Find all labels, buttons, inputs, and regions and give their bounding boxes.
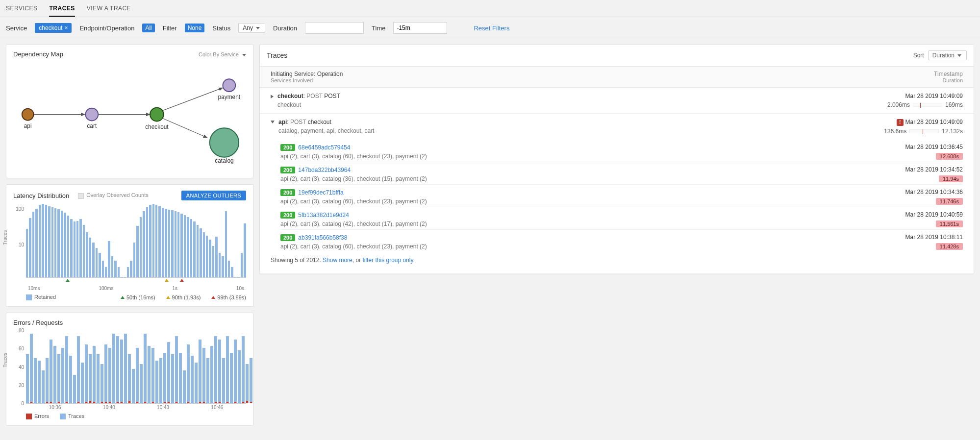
trace-id-link[interactable]: 68e6459adc579454: [298, 144, 350, 151]
bar: [83, 225, 85, 277]
error-bar: [219, 402, 221, 403]
bar: [175, 211, 176, 277]
dependency-map-canvas[interactable]: api cart checkout payment: [13, 62, 246, 172]
bar: [136, 226, 138, 277]
traces-panel: Traces Sort Duration Initiating Service:…: [259, 44, 974, 274]
bar: [163, 353, 166, 403]
analyze-outliers-button[interactable]: ANALYZE OUTLIERS: [181, 191, 246, 200]
bar: [64, 213, 66, 277]
bar: [114, 261, 116, 277]
service-chip[interactable]: checkout ×: [35, 23, 72, 33]
reset-filters-link[interactable]: Reset Filters: [474, 24, 509, 32]
sort-select[interactable]: Duration: [928, 50, 967, 60]
alert-icon: !: [897, 119, 904, 126]
chevron-down-icon: [957, 54, 961, 57]
footer-mid: , or: [352, 257, 363, 264]
dur-range-icon: [913, 103, 942, 107]
bar: [104, 344, 107, 403]
bar: [26, 354, 29, 403]
node-api[interactable]: api: [22, 109, 34, 130]
bar: [120, 340, 123, 403]
col-services: Services Involved: [271, 77, 343, 83]
bar: [96, 248, 98, 277]
dur-max: 169ms: [945, 101, 963, 108]
errors-chart[interactable]: Traces 80 60 40 20 0 10:36 10:40 10:43 1…: [13, 330, 246, 419]
overlay-toggle[interactable]: Overlay Observed Counts: [78, 192, 149, 198]
duration-input[interactable]: [305, 22, 364, 34]
trace-involved: checkout: [277, 101, 340, 108]
expand-icon[interactable]: [271, 95, 274, 98]
bar: [162, 208, 164, 277]
trace-row: 2005fb13a382d1e9d24api (2), cart (3), ca…: [280, 207, 963, 229]
node-catalog[interactable]: catalog: [210, 128, 239, 164]
error-bar: [128, 401, 130, 403]
bar: [61, 348, 64, 403]
y-axis-title: Traces: [2, 353, 8, 367]
bar: [136, 348, 139, 403]
bar: [93, 346, 96, 403]
node-payment[interactable]: payment: [218, 79, 241, 100]
trace-op: POST: [306, 93, 322, 99]
error-bar: [226, 402, 228, 403]
chevron-down-icon: [256, 27, 260, 29]
trace-services: api (2), cart (3), catalog (60), checkou…: [280, 153, 427, 160]
error-bar: [164, 402, 166, 403]
bar: [231, 267, 233, 277]
filter-chip[interactable]: None: [185, 24, 205, 32]
node-checkout[interactable]: checkout: [145, 108, 169, 131]
trace-id-link[interactable]: 19ef99dec71bfffa: [298, 189, 343, 196]
status-label: Status: [212, 24, 230, 32]
error-bar: [246, 401, 248, 403]
bar: [61, 211, 63, 277]
bar: [175, 336, 178, 403]
tab-services[interactable]: SERVICES: [6, 3, 37, 17]
panel-title: Traces: [267, 51, 287, 59]
trace-id-link[interactable]: 5fb13a382d1e9d24: [298, 212, 349, 219]
bar: [39, 205, 41, 277]
bar: [155, 205, 157, 277]
trace-svc: checkout: [277, 93, 303, 99]
collapse-icon[interactable]: [271, 121, 275, 123]
bar: [29, 218, 31, 277]
latency-chart[interactable]: Traces 100 10 10ms 100ms 1s 10s Re: [13, 204, 246, 300]
time-input[interactable]: [393, 22, 447, 34]
y-axis-title: Traces: [2, 230, 8, 245]
trace-group: api: POST checkout catalog, payment, api…: [260, 114, 974, 274]
bar: [190, 219, 192, 277]
svg-line-3: [163, 118, 207, 138]
error-bar: [77, 402, 79, 403]
colorby-label: Color By: [199, 51, 219, 57]
trace-group: checkout: POST POST checkout Mar 28 2019…: [260, 88, 974, 114]
bar: [127, 267, 129, 277]
svg-text:catalog: catalog: [215, 158, 233, 165]
colorby-control[interactable]: Color By Service: [199, 51, 246, 57]
bar: [165, 209, 167, 277]
bar: [250, 358, 252, 403]
p50-label: 50th (16ms): [126, 294, 155, 300]
dur-range-icon: [909, 129, 939, 133]
bar: [76, 221, 78, 277]
error-bar: [85, 402, 87, 403]
show-more-link[interactable]: Show more: [323, 257, 352, 264]
main-content: Dependency Map Color By Service: [0, 39, 980, 431]
status-select[interactable]: Any: [238, 23, 265, 33]
error-bar: [215, 402, 217, 403]
bar: [132, 369, 135, 403]
bar: [219, 253, 221, 277]
trace-id-link[interactable]: 147bda322bb43964: [298, 167, 351, 173]
tab-traces[interactable]: TRACES: [49, 3, 75, 17]
bar: [144, 334, 147, 403]
filter-group-link[interactable]: filter this group only: [362, 257, 413, 264]
bar: [26, 229, 28, 277]
bar: [108, 348, 111, 403]
trace-id-link[interactable]: ab391fa566b58f38: [298, 234, 347, 241]
endpoint-chip[interactable]: All: [142, 24, 154, 32]
node-cart[interactable]: cart: [85, 108, 98, 130]
trace-involved: catalog, payment, api, checkout, cart: [278, 127, 374, 134]
bar: [89, 238, 91, 277]
tab-view-a-trace[interactable]: VIEW A TRACE: [87, 3, 131, 17]
svg-point-6: [85, 108, 98, 121]
close-icon[interactable]: ×: [64, 24, 68, 31]
trace-services: api (2), cart (3), catalog (42), checkou…: [280, 220, 427, 227]
bar: [70, 219, 72, 277]
